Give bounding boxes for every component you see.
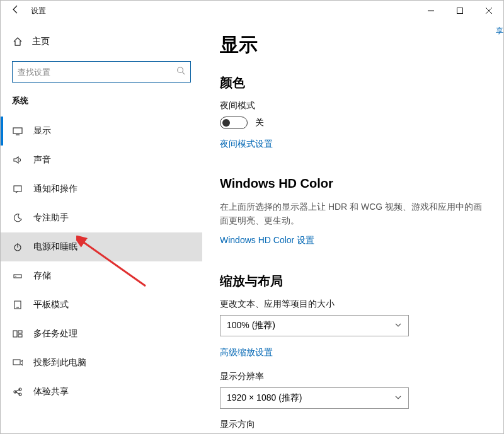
svg-rect-6 [13, 128, 22, 134]
orientation-label: 显示方向 [220, 419, 486, 430]
svg-rect-17 [18, 334, 22, 337]
search-box[interactable] [12, 61, 191, 83]
chevron-down-icon [394, 393, 402, 403]
sidebar-item-label: 平板模式 [33, 299, 69, 311]
chevron-down-icon [394, 321, 402, 331]
resolution-label: 显示分辨率 [220, 371, 486, 382]
sidebar-item-label: 多任务处理 [33, 328, 77, 340]
svg-point-12 [15, 276, 16, 277]
resolution-dropdown[interactable]: 1920 × 1080 (推荐) [220, 387, 409, 409]
project-icon [12, 358, 23, 368]
svg-line-5 [183, 72, 185, 75]
home-label: 主页 [32, 36, 50, 47]
sidebar-item-projecting[interactable]: 投影到此电脑 [1, 348, 202, 377]
window-title: 设置 [31, 6, 46, 16]
home-link[interactable]: 主页 [1, 31, 202, 52]
back-button[interactable] [1, 4, 31, 17]
text-size-dropdown[interactable]: 100% (推荐) [220, 315, 409, 336]
hd-color-settings-link[interactable]: Windows HD Color 设置 [220, 235, 314, 246]
minimize-button[interactable] [416, 1, 445, 21]
sidebar-item-label: 投影到此电脑 [33, 357, 86, 368]
section-hd-heading: Windows HD Color [220, 176, 486, 191]
share-icon [12, 387, 23, 397]
titlebar: 设置 [1, 1, 503, 21]
moon-icon [12, 213, 23, 223]
search-icon [176, 66, 185, 77]
svg-rect-1 [457, 8, 463, 14]
sidebar: 主页 系统 显示 声音 通知和操作 专注助手 电源和睡眠 [1, 21, 202, 433]
sidebar-item-storage[interactable]: 存储 [1, 261, 202, 290]
sidebar-item-label: 体验共享 [33, 386, 69, 397]
content-pane: 显示 颜色 夜间模式 关 夜间模式设置 Windows HD Color 在上面… [202, 21, 503, 433]
text-size-value: 100% (推荐) [227, 320, 275, 331]
storage-icon [12, 271, 23, 281]
tablet-icon [12, 300, 23, 310]
svg-rect-16 [18, 331, 22, 333]
sidebar-item-notifications[interactable]: 通知和操作 [1, 174, 202, 203]
svg-point-4 [178, 67, 183, 73]
speaker-icon [12, 155, 23, 165]
edge-text: 享 [496, 26, 503, 37]
sidebar-group-label: 系统 [1, 95, 202, 117]
sidebar-item-power-sleep[interactable]: 电源和睡眠 [1, 232, 202, 261]
sidebar-item-label: 专注助手 [33, 212, 69, 224]
text-size-label: 更改文本、应用等项目的大小 [220, 299, 486, 310]
sidebar-item-label: 存储 [33, 270, 51, 282]
night-mode-label: 夜间模式 [220, 100, 486, 111]
hd-description: 在上面所选择的显示器上让 HDR 和 WCG 视频、游戏和应用中的画面更明亮、更… [220, 200, 486, 228]
monitor-icon [12, 126, 23, 136]
sidebar-item-shared-experiences[interactable]: 体验共享 [1, 377, 202, 406]
close-button[interactable] [474, 1, 503, 21]
svg-rect-11 [14, 275, 21, 278]
maximize-button[interactable] [445, 1, 474, 21]
svg-rect-15 [13, 331, 17, 337]
night-mode-settings-link[interactable]: 夜间模式设置 [220, 139, 273, 150]
section-scale-heading: 缩放与布局 [220, 273, 486, 290]
sidebar-item-tablet-mode[interactable]: 平板模式 [1, 290, 202, 319]
sidebar-item-label: 声音 [33, 154, 51, 166]
resolution-value: 1920 × 1080 (推荐) [227, 392, 302, 404]
svg-rect-18 [13, 360, 20, 365]
sidebar-item-sound[interactable]: 声音 [1, 146, 202, 174]
search-input[interactable] [18, 67, 176, 77]
sidebar-item-label: 显示 [33, 125, 51, 137]
sidebar-item-multitasking[interactable]: 多任务处理 [1, 319, 202, 348]
sidebar-item-label: 电源和睡眠 [33, 241, 77, 253]
notification-icon [12, 184, 23, 194]
home-icon [12, 37, 23, 47]
power-icon [12, 242, 23, 252]
night-mode-toggle[interactable] [220, 117, 248, 129]
sidebar-item-display[interactable]: 显示 [1, 117, 202, 146]
section-color-heading: 颜色 [220, 74, 486, 91]
page-title: 显示 [220, 32, 486, 58]
sidebar-item-label: 通知和操作 [33, 183, 77, 195]
night-mode-state: 关 [255, 117, 264, 128]
svg-rect-8 [14, 186, 21, 191]
multitask-icon [12, 329, 23, 339]
sidebar-item-focus-assist[interactable]: 专注助手 [1, 203, 202, 232]
advanced-scaling-link[interactable]: 高级缩放设置 [220, 347, 273, 358]
